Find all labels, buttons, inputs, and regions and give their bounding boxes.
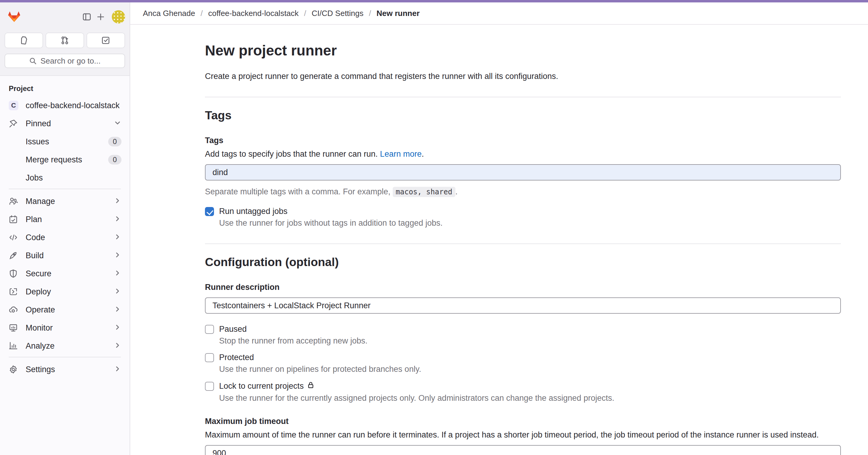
breadcrumb-separator: / — [200, 9, 203, 18]
paused-label: Paused — [219, 325, 247, 334]
sidebar-item-code[interactable]: Code — [3, 229, 126, 246]
paused-checkbox-row[interactable]: Paused — [205, 325, 841, 334]
todo-list-shortcut-button[interactable] — [87, 33, 125, 48]
breadcrumb-separator: / — [304, 9, 306, 18]
issues-shortcut-button[interactable] — [4, 33, 43, 48]
protected-checkbox-row[interactable]: Protected — [205, 353, 841, 362]
run-untagged-jobs-help: Use the runner for jobs without tags in … — [219, 219, 841, 228]
jobs-label: Jobs — [26, 173, 121, 183]
sidebar-section-label: Project — [3, 82, 126, 97]
calendar-check-icon — [9, 215, 18, 224]
lock-to-projects-checkbox-row[interactable]: Lock to current projects — [205, 381, 841, 391]
chevron-right-icon — [114, 323, 121, 332]
topbar: Anca Ghenade / coffee-backend-localstack… — [130, 2, 868, 25]
chevron-right-icon — [114, 342, 121, 351]
users-icon — [9, 197, 18, 206]
top-accent-strip — [0, 0, 868, 2]
protected-checkbox[interactable] — [205, 353, 214, 362]
monitor-icon — [9, 323, 18, 332]
learn-more-link[interactable]: Learn more — [380, 150, 422, 159]
section-divider — [205, 97, 841, 97]
sidebar: Search or go to... Project C coffee-back… — [0, 2, 130, 455]
sidebar-toggle-icon[interactable] — [80, 10, 94, 24]
code-icon — [9, 233, 18, 242]
lock-to-projects-checkbox[interactable] — [205, 382, 214, 391]
runner-description-input[interactable] — [205, 297, 841, 314]
page-intro: Create a project runner to generate a co… — [205, 72, 841, 81]
tags-section-heading: Tags — [205, 109, 841, 122]
max-job-timeout-description: Maximum amount of time the runner can ru… — [205, 430, 841, 440]
lock-to-projects-help: Use the runner for the currently assigne… — [219, 393, 841, 403]
pinned-label: Pinned — [26, 119, 114, 128]
breadcrumb-new-runner: New runner — [376, 9, 420, 18]
sidebar-item-merge-requests[interactable]: Merge requests 0 — [3, 151, 126, 168]
cloud-pod-icon — [9, 305, 18, 314]
tags-example-code: macos, shared — [393, 187, 456, 197]
todo-done-icon — [101, 36, 110, 45]
shield-icon — [9, 269, 18, 278]
chevron-right-icon — [114, 287, 121, 296]
paused-help: Stop the runner from accepting new jobs. — [219, 336, 841, 346]
protected-label: Protected — [219, 353, 254, 362]
breadcrumb-user[interactable]: Anca Ghenade — [143, 9, 195, 18]
pin-icon — [9, 119, 18, 128]
chevron-down-icon — [114, 119, 121, 128]
sidebar-item-manage[interactable]: Manage — [3, 193, 126, 210]
page-title: New project runner — [205, 41, 841, 60]
chart-icon — [9, 342, 18, 351]
issues-icon — [19, 36, 28, 45]
sidebar-item-deploy[interactable]: Deploy — [3, 283, 126, 300]
paused-checkbox[interactable] — [205, 325, 214, 334]
runner-description-label: Runner description — [205, 283, 841, 292]
chevron-right-icon — [114, 269, 121, 278]
sidebar-divider — [9, 189, 121, 189]
protected-help: Use the runner on pipelines for protecte… — [219, 365, 841, 374]
section-divider — [205, 243, 841, 244]
issues-label: Issues — [26, 137, 108, 147]
page-content: New project runner Create a project runn… — [130, 25, 868, 455]
max-job-timeout-label: Maximum job timeout — [205, 417, 841, 426]
project-name: coffee-backend-localstack — [26, 101, 121, 110]
run-untagged-jobs-checkbox[interactable] — [205, 207, 214, 216]
sidebar-item-monitor[interactable]: Monitor — [3, 319, 126, 336]
breadcrumb-separator: / — [369, 9, 371, 18]
search-input[interactable]: Search or go to... — [4, 54, 125, 68]
tags-input[interactable] — [205, 164, 841, 181]
gitlab-logo-icon[interactable] — [7, 10, 21, 23]
chevron-right-icon — [114, 233, 121, 242]
deploy-icon — [9, 287, 18, 296]
sidebar-item-jobs[interactable]: Jobs — [3, 169, 126, 186]
breadcrumb: Anca Ghenade / coffee-backend-localstack… — [143, 9, 420, 18]
project-avatar: C — [9, 101, 19, 110]
sidebar-item-plan[interactable]: Plan — [3, 211, 126, 228]
sidebar-item-pinned[interactable]: Pinned — [3, 115, 126, 132]
run-untagged-jobs-label: Run untagged jobs — [219, 207, 287, 216]
tags-field-label: Tags — [205, 136, 841, 145]
sidebar-item-settings[interactable]: Settings — [3, 361, 126, 378]
search-placeholder: Search or go to... — [40, 56, 100, 66]
sidebar-item-analyze[interactable]: Analyze — [3, 337, 126, 354]
merge-request-icon — [60, 36, 69, 45]
sidebar-item-secure[interactable]: Secure — [3, 265, 126, 282]
sidebar-item-operate[interactable]: Operate — [3, 301, 126, 318]
breadcrumb-project[interactable]: coffee-backend-localstack — [208, 9, 299, 18]
configuration-section-heading: Configuration (optional) — [205, 256, 841, 269]
user-avatar[interactable] — [112, 10, 125, 24]
tags-field-description: Add tags to specify jobs that the runner… — [205, 150, 841, 159]
chevron-right-icon — [114, 215, 121, 224]
chevron-right-icon — [114, 251, 121, 260]
sidebar-item-project[interactable]: C coffee-backend-localstack — [3, 97, 126, 114]
merge-requests-shortcut-button[interactable] — [45, 33, 84, 48]
sidebar-divider — [9, 357, 121, 357]
sidebar-header: Search or go to... — [0, 2, 130, 76]
sidebar-item-issues[interactable]: Issues 0 — [3, 133, 126, 150]
issues-count-badge: 0 — [108, 137, 121, 147]
breadcrumb-cicd-settings[interactable]: CI/CD Settings — [312, 9, 364, 18]
max-job-timeout-input[interactable] — [205, 445, 841, 455]
create-new-plus-icon[interactable] — [94, 10, 107, 24]
run-untagged-jobs-checkbox-row[interactable]: Run untagged jobs — [205, 207, 841, 216]
sidebar-item-build[interactable]: Build — [3, 247, 126, 264]
tags-helper-text: Separate multiple tags with a comma. For… — [205, 187, 841, 196]
search-icon — [29, 57, 37, 65]
sidebar-nav: Project C coffee-backend-localstack Pinn… — [0, 76, 130, 455]
